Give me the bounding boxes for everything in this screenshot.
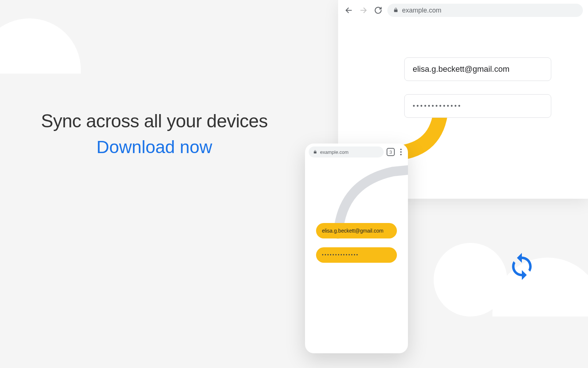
headline-title: Sync across all your devices — [29, 110, 279, 132]
email-value: elisa.g.beckett@gmail.com — [322, 228, 384, 234]
tab-count[interactable]: 3 — [387, 148, 395, 156]
password-pill[interactable]: •••••••••••••• — [316, 247, 397, 263]
forward-icon — [358, 5, 369, 16]
email-pill[interactable]: elisa.g.beckett@gmail.com — [316, 223, 397, 238]
url-text: example.com — [402, 7, 441, 14]
password-field[interactable]: ••••••••••••• — [404, 94, 551, 118]
phone-toolbar: example.com 3 — [305, 144, 408, 160]
lock-icon — [313, 149, 317, 155]
back-icon[interactable] — [343, 5, 354, 16]
password-mask: •••••••••••••• — [322, 252, 359, 258]
lock-icon — [393, 7, 398, 14]
url-text: example.com — [320, 149, 348, 155]
cloud-decoration — [419, 243, 573, 316]
phone-address-bar[interactable]: example.com — [309, 146, 384, 158]
email-field[interactable]: elisa.g.beckett@gmail.com — [404, 57, 551, 81]
phone-browser-mock: example.com 3 elisa.g.beckett@gmail.com … — [305, 144, 408, 353]
browser-toolbar: example.com — [338, 0, 588, 21]
download-link[interactable]: Download now — [29, 137, 279, 157]
password-mask: ••••••••••••• — [413, 102, 462, 110]
address-bar[interactable]: example.com — [387, 4, 583, 17]
overflow-menu-icon[interactable] — [398, 149, 404, 155]
email-value: elisa.g.beckett@gmail.com — [413, 64, 509, 74]
sync-icon — [507, 252, 537, 281]
reload-icon[interactable] — [373, 5, 384, 16]
cloud-decoration — [0, 18, 81, 74]
